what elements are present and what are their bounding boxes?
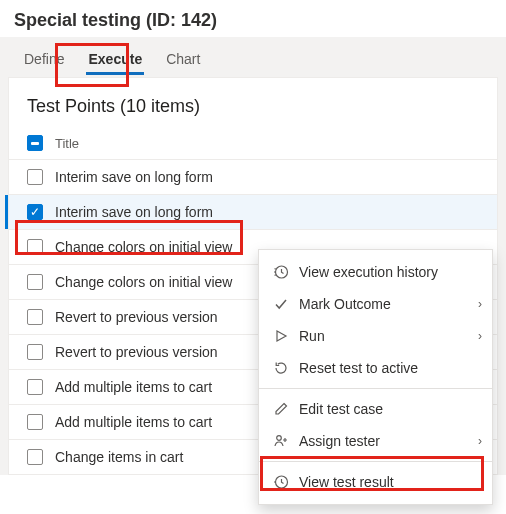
table-row[interactable]: Interim save on long form	[9, 159, 497, 194]
row-checkbox[interactable]	[27, 414, 43, 430]
menu-reset-test[interactable]: Reset test to active	[259, 352, 492, 384]
row-title: Change colors on initial view	[55, 239, 232, 255]
menu-label: Edit test case	[299, 401, 383, 417]
row-title: Interim save on long form	[55, 169, 213, 185]
pencil-icon	[273, 401, 289, 417]
history-icon	[273, 264, 289, 280]
column-header-title[interactable]: Title	[55, 136, 79, 151]
context-menu: View execution history Mark Outcome › Ru…	[258, 249, 493, 505]
row-title: Add multiple items to cart	[55, 379, 212, 395]
user-icon	[273, 433, 289, 449]
menu-view-test-result[interactable]: View test result	[259, 466, 492, 498]
row-checkbox[interactable]	[27, 239, 43, 255]
row-title: Revert to previous version	[55, 344, 218, 360]
chevron-right-icon: ›	[478, 297, 482, 311]
tab-chart[interactable]: Chart	[154, 43, 212, 77]
tab-define[interactable]: Define	[12, 43, 76, 77]
row-title: Change items in cart	[55, 449, 183, 465]
menu-separator	[259, 388, 492, 389]
table-row[interactable]: ✓ Interim save on long form	[9, 194, 497, 229]
chevron-right-icon: ›	[478, 434, 482, 448]
menu-edit-test-case[interactable]: Edit test case	[259, 393, 492, 425]
menu-label: Reset test to active	[299, 360, 418, 376]
row-checkbox[interactable]	[27, 274, 43, 290]
select-all-checkbox[interactable]	[27, 135, 43, 151]
row-title: Change colors on initial view	[55, 274, 232, 290]
menu-assign-tester[interactable]: Assign tester ›	[259, 425, 492, 457]
row-title: Revert to previous version	[55, 309, 218, 325]
row-checkbox[interactable]: ✓	[27, 204, 43, 220]
history-icon	[273, 474, 289, 490]
menu-label: Run	[299, 328, 325, 344]
panel-title: Test Points (10 items)	[9, 78, 497, 129]
menu-mark-outcome[interactable]: Mark Outcome ›	[259, 288, 492, 320]
menu-label: Assign tester	[299, 433, 380, 449]
row-checkbox[interactable]	[27, 449, 43, 465]
menu-label: View execution history	[299, 264, 438, 280]
tab-execute[interactable]: Execute	[76, 43, 154, 77]
menu-run[interactable]: Run ›	[259, 320, 492, 352]
row-checkbox[interactable]	[27, 309, 43, 325]
row-checkbox[interactable]	[27, 169, 43, 185]
row-title: Add multiple items to cart	[55, 414, 212, 430]
play-icon	[273, 328, 289, 344]
chevron-right-icon: ›	[478, 329, 482, 343]
check-icon	[273, 296, 289, 312]
svg-point-1	[277, 436, 282, 441]
menu-separator	[259, 461, 492, 462]
menu-label: Mark Outcome	[299, 296, 391, 312]
menu-label: View test result	[299, 474, 394, 490]
page-title: Special testing (ID: 142)	[0, 0, 506, 37]
reset-icon	[273, 360, 289, 376]
row-checkbox[interactable]	[27, 344, 43, 360]
menu-view-execution-history[interactable]: View execution history	[259, 256, 492, 288]
row-checkbox[interactable]	[27, 379, 43, 395]
column-header-row: Title	[9, 129, 497, 159]
row-title: Interim save on long form	[55, 204, 213, 220]
